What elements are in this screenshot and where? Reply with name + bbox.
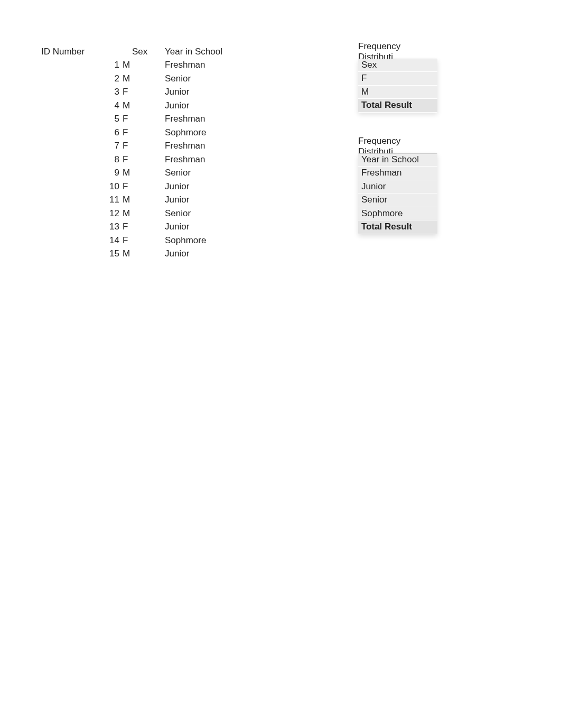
cell-sex: M: [121, 248, 165, 259]
pivot-sex-title: Frequency Distributi: [358, 45, 437, 59]
cell-sex: F: [121, 127, 165, 138]
cell-sex: F: [121, 235, 165, 246]
pivot-year-title: Frequency Distributi: [358, 140, 437, 153]
cell-sex: M: [121, 73, 165, 84]
cell-year: Junior: [165, 195, 270, 205]
student-data-table: ID Number Sex Year in School 1MFreshman2…: [41, 45, 270, 261]
cell-id: 1: [41, 60, 121, 70]
cell-id: 4: [41, 100, 121, 111]
cell-id: 7: [41, 141, 121, 151]
pivot-year: Frequency Distributi Year in School Fres…: [358, 140, 437, 234]
cell-year: Senior: [165, 208, 270, 219]
cell-year: Junior: [165, 248, 270, 259]
cell-year: Sophmore: [165, 127, 270, 138]
pivot-row: Senior: [358, 193, 437, 207]
cell-sex: M: [121, 195, 165, 205]
cell-id: 3: [41, 87, 121, 97]
cell-id: 11: [41, 195, 121, 205]
cell-sex: F: [121, 114, 165, 124]
cell-year: Junior: [165, 100, 270, 111]
cell-sex: M: [121, 208, 165, 219]
pivot-row: M: [358, 86, 437, 99]
cell-year: Senior: [165, 168, 270, 178]
pivot-row: Junior: [358, 180, 437, 194]
table-row: 9MSenior: [41, 167, 270, 180]
cell-year: Junior: [165, 87, 270, 97]
pivot-year-total: Total Result: [358, 220, 437, 234]
header-sex: Sex: [121, 47, 165, 57]
cell-year: Junior: [165, 222, 270, 232]
table-row: 6FSophmore: [41, 126, 270, 140]
spreadsheet-page: ID Number Sex Year in School 1MFreshman2…: [0, 0, 561, 45]
cell-sex: F: [121, 181, 165, 192]
pivot-sex: Frequency Distributi Sex FM Total Result: [358, 45, 437, 113]
cell-sex: M: [121, 168, 165, 178]
cell-year: Freshman: [165, 60, 270, 70]
table-header-row: ID Number Sex Year in School: [41, 45, 270, 59]
cell-id: 9: [41, 168, 121, 178]
pivot-row: F: [358, 72, 437, 86]
cell-id: 15: [41, 248, 121, 259]
cell-id: 5: [41, 114, 121, 124]
cell-id: 13: [41, 222, 121, 232]
cell-id: 6: [41, 127, 121, 138]
table-row: 1MFreshman: [41, 59, 270, 72]
table-row: 13FJunior: [41, 220, 270, 234]
table-row: 15MJunior: [41, 247, 270, 261]
header-id: ID Number: [41, 47, 121, 57]
cell-sex: M: [121, 60, 165, 70]
pivot-row: Freshman: [358, 167, 437, 180]
cell-year: Junior: [165, 181, 270, 192]
pivot-sex-total: Total Result: [358, 99, 437, 113]
cell-id: 14: [41, 235, 121, 246]
pivot-year-header: Year in School: [358, 153, 437, 167]
table-row: 11MJunior: [41, 193, 270, 207]
cell-year: Sophmore: [165, 235, 270, 246]
cell-id: 12: [41, 208, 121, 219]
cell-id: 10: [41, 181, 121, 192]
cell-sex: F: [121, 141, 165, 151]
cell-sex: F: [121, 87, 165, 97]
cell-year: Freshman: [165, 114, 270, 124]
header-year: Year in School: [165, 47, 270, 57]
table-row: 2MSenior: [41, 72, 270, 86]
pivot-sex-header: Sex: [358, 59, 437, 72]
table-row: 5FFreshman: [41, 113, 270, 126]
table-row: 7FFreshman: [41, 140, 270, 153]
cell-year: Senior: [165, 73, 270, 84]
cell-sex: F: [121, 222, 165, 232]
pivot-row: Sophmore: [358, 207, 437, 221]
cell-id: 2: [41, 73, 121, 84]
table-row: 3FJunior: [41, 86, 270, 99]
cell-year: Freshman: [165, 154, 270, 165]
table-row: 14FSophmore: [41, 234, 270, 247]
table-row: 4MJunior: [41, 99, 270, 113]
cell-sex: F: [121, 154, 165, 165]
cell-sex: M: [121, 100, 165, 111]
cell-year: Freshman: [165, 141, 270, 151]
cell-id: 8: [41, 154, 121, 165]
table-row: 8FFreshman: [41, 153, 270, 167]
table-row: 12MSenior: [41, 207, 270, 220]
table-row: 10FJunior: [41, 180, 270, 193]
